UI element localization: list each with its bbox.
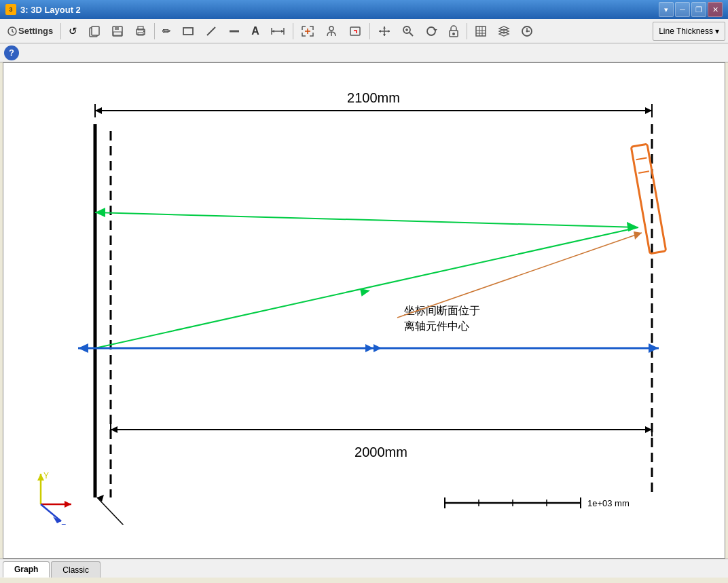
svg-point-18 (329, 26, 333, 31)
separator-1 (60, 23, 61, 39)
print-button[interactable] (130, 22, 151, 41)
pencil-icon: ✏ (162, 25, 171, 37)
line-thickness-arrow: ▾ (715, 26, 719, 36)
svg-rect-32 (476, 26, 486, 36)
zoom-button[interactable] (397, 22, 419, 41)
svg-marker-24 (388, 30, 390, 33)
line-thickness-label: Line Thickness (659, 26, 713, 36)
main-toolbar: Settings ↺ ✏ (0, 19, 728, 43)
line-icon (205, 25, 217, 37)
bottom-tabs: Graph Classic (0, 559, 728, 578)
dimension-top-label: 2100mm (347, 90, 400, 105)
separator-3 (293, 23, 293, 39)
separator-4 (369, 23, 370, 39)
zoomfit-button[interactable] (296, 22, 319, 41)
line-button[interactable] (200, 22, 222, 41)
svg-rect-20 (350, 27, 360, 35)
print-icon (134, 25, 147, 37)
svg-rect-2 (92, 26, 99, 35)
move-button[interactable] (373, 22, 396, 41)
rotate-icon (348, 25, 362, 37)
dimension-button[interactable] (266, 22, 290, 41)
grid-button[interactable] (470, 22, 492, 41)
clock-icon (521, 25, 533, 37)
layers-button[interactable] (493, 22, 515, 41)
svg-rect-9 (143, 31, 145, 32)
settings-button[interactable]: Settings (3, 22, 58, 41)
refresh-button[interactable]: ↺ (64, 22, 82, 41)
svg-marker-21 (383, 26, 386, 29)
canvas-area: 2100mm (3, 62, 725, 559)
restore-btn[interactable]: ❐ (691, 2, 706, 17)
main-canvas: 2100mm (3, 63, 725, 525)
hline-icon (228, 25, 240, 37)
window-controls: ▾ ─ ❐ ✕ (659, 2, 723, 17)
refresh-icon: ↺ (69, 25, 77, 37)
svg-line-26 (410, 33, 413, 36)
draw-button[interactable]: ✏ (158, 22, 176, 41)
y-axis-label: Y (43, 471, 49, 481)
app-icon: 3 (5, 4, 16, 15)
dropdown-btn[interactable]: ▾ (659, 2, 674, 17)
svg-point-41 (526, 30, 528, 32)
sync-icon (425, 25, 437, 37)
svg-rect-4 (115, 26, 119, 30)
text-button[interactable]: A (247, 22, 264, 41)
grid-icon (475, 25, 487, 37)
tab-classic[interactable]: Classic (51, 561, 101, 578)
copy-button[interactable] (84, 22, 105, 41)
hline-button[interactable] (223, 22, 245, 41)
help-row: ? (0, 43, 728, 62)
dimension-icon (270, 25, 285, 37)
sync-button[interactable] (420, 22, 442, 41)
title-bar: 3 3: 3D Layout 2 ▾ ─ ❐ ✕ (0, 0, 728, 19)
text-icon: A (251, 25, 259, 37)
svg-marker-22 (383, 34, 386, 36)
svg-rect-5 (113, 32, 122, 35)
z-axis-label: Z (61, 523, 66, 525)
svg-marker-29 (433, 29, 437, 31)
person-button[interactable] (321, 22, 342, 41)
close-btn[interactable]: ✕ (708, 2, 723, 17)
tab-graph[interactable]: Graph (3, 561, 50, 578)
annotation-text-1: 坐标间断面位于 (404, 305, 480, 316)
settings-circle-icon (7, 26, 17, 36)
separator-2 (154, 23, 155, 39)
clock-button[interactable] (516, 22, 538, 41)
move-icon (378, 25, 391, 37)
layers-icon (498, 25, 510, 37)
svg-point-31 (452, 33, 455, 35)
rectangle-button[interactable] (177, 22, 199, 41)
svg-marker-23 (379, 30, 381, 33)
scale-label: 1e+03 mm (587, 498, 630, 508)
help-button[interactable]: ? (4, 45, 19, 60)
rotate-button[interactable] (344, 22, 367, 41)
window-title: 3: 3D Layout 2 (20, 5, 81, 15)
zoom-icon (402, 25, 414, 37)
separator-5 (467, 23, 467, 39)
dimension-bottom-label: 2000mm (354, 445, 407, 459)
zoomfit-icon (301, 25, 314, 37)
annotation-text-2: 离轴元件中心 (404, 320, 469, 332)
lock-button[interactable] (443, 22, 464, 41)
rectangle-icon (182, 25, 194, 37)
line-thickness-button[interactable]: Line Thickness ▾ (653, 22, 725, 41)
copy-icon (88, 25, 101, 37)
svg-line-11 (207, 27, 215, 35)
save-button[interactable] (107, 22, 128, 41)
svg-rect-10 (183, 28, 193, 35)
save-icon (111, 25, 124, 37)
person-icon (325, 25, 338, 37)
minimize-btn[interactable]: ─ (675, 2, 690, 17)
lock-icon (448, 25, 459, 37)
